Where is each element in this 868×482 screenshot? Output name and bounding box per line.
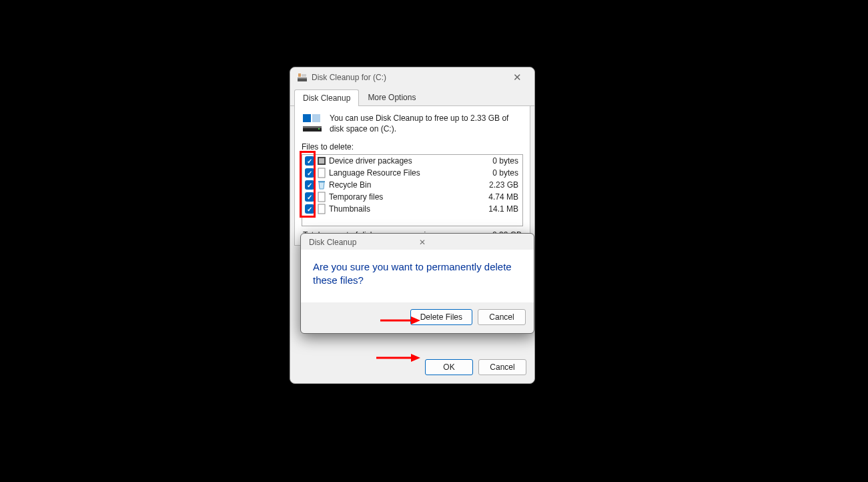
checkbox-checked-icon[interactable]: ✓ (305, 204, 314, 214)
close-button[interactable]: ✕ (505, 71, 529, 83)
recycle-bin-icon (317, 180, 326, 190)
confirm-cancel-button[interactable]: Cancel (478, 309, 526, 325)
close-button[interactable]: ✕ (419, 238, 529, 247)
svg-rect-11 (318, 168, 325, 178)
svg-point-8 (318, 128, 320, 130)
list-item[interactable]: ✓ Language Resource Files 0 bytes (302, 167, 522, 179)
drive-icon (302, 113, 323, 134)
confirm-body: Are you sure you want to permanently del… (301, 250, 534, 302)
delete-files-button[interactable]: Delete Files (410, 309, 472, 325)
svg-rect-1 (298, 77, 307, 79)
file-icon (317, 204, 326, 214)
files-list[interactable]: ✓ Device driver packages 0 bytes ✓ Langu… (302, 154, 523, 226)
list-item[interactable]: ✓ Thumbnails 14.1 MB (302, 203, 522, 215)
item-size: 4.74 MB (488, 192, 518, 202)
file-icon (317, 168, 326, 178)
window-title: Disk Cleanup for (C:) (312, 73, 505, 82)
item-size: 14.1 MB (488, 204, 518, 214)
svg-rect-4 (303, 114, 311, 122)
item-name: Device driver packages (329, 156, 490, 166)
confirm-dialog: Disk Cleanup ✕ Are you sure you want to … (300, 233, 534, 334)
device-driver-icon (317, 156, 326, 166)
list-item[interactable]: ✓ Recycle Bin 2.23 GB (302, 179, 522, 191)
tab-content: You can use Disk Cleanup to free up to 2… (294, 106, 530, 246)
ok-button[interactable]: OK (425, 359, 473, 375)
tab-bar: Disk Cleanup More Options (290, 89, 534, 106)
item-name: Temporary files (329, 192, 486, 202)
svg-rect-3 (302, 74, 306, 77)
disk-cleanup-window: Disk Cleanup for (C:) ✕ Disk Cleanup Mor… (290, 67, 535, 384)
checkbox-checked-icon[interactable]: ✓ (305, 180, 314, 190)
confirm-message: Are you sure you want to permanently del… (313, 260, 522, 288)
svg-rect-14 (318, 204, 325, 214)
dialog-buttons: OK Cancel (290, 352, 534, 383)
intro-text: You can use Disk Cleanup to free up to 2… (330, 113, 523, 134)
confirm-title-text: Disk Cleanup (309, 238, 419, 247)
titlebar: Disk Cleanup for (C:) ✕ (290, 67, 534, 86)
svg-rect-7 (303, 126, 322, 128)
svg-rect-10 (319, 158, 324, 164)
list-item[interactable]: ✓ Temporary files 4.74 MB (302, 191, 522, 203)
tab-disk-cleanup[interactable]: Disk Cleanup (294, 89, 359, 106)
svg-rect-2 (298, 73, 301, 77)
files-to-delete-label: Files to delete: (302, 142, 523, 152)
confirm-buttons: Delete Files Cancel (301, 302, 534, 333)
checkbox-checked-icon[interactable]: ✓ (305, 168, 314, 178)
item-size: 2.23 GB (489, 180, 518, 190)
intro-row: You can use Disk Cleanup to free up to 2… (302, 113, 523, 134)
file-icon (317, 192, 326, 202)
cancel-button[interactable]: Cancel (478, 359, 526, 375)
checkbox-checked-icon[interactable]: ✓ (305, 192, 314, 202)
confirm-titlebar: Disk Cleanup ✕ (301, 234, 534, 250)
tab-more-options[interactable]: More Options (359, 89, 424, 105)
item-name: Recycle Bin (329, 180, 486, 190)
list-item[interactable]: ✓ Device driver packages 0 bytes (302, 155, 522, 167)
item-name: Thumbnails (329, 204, 486, 214)
svg-rect-5 (312, 114, 320, 122)
disk-cleanup-app-icon (297, 72, 308, 83)
svg-rect-12 (318, 181, 325, 182)
item-size: 0 bytes (492, 156, 518, 166)
item-name: Language Resource Files (329, 168, 490, 178)
checkbox-checked-icon[interactable]: ✓ (305, 156, 314, 166)
svg-rect-13 (318, 192, 325, 202)
item-size: 0 bytes (492, 168, 518, 178)
